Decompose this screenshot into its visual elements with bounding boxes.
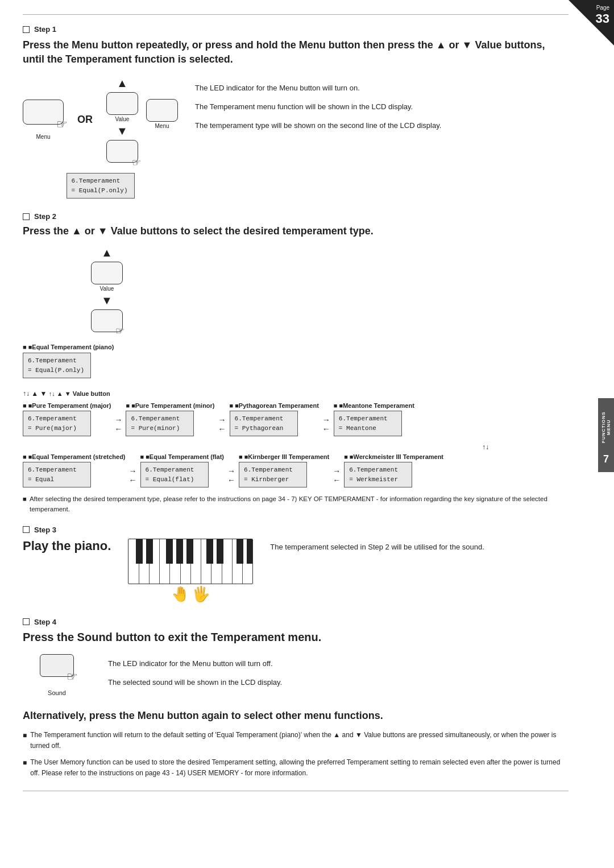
step3-section: Play the piano.	[23, 539, 569, 604]
arrow-between-4: → ←	[126, 466, 140, 485]
step1-lcd: 6.Temperament = Equal(P.only)	[67, 173, 135, 199]
lcd-line1: 6.Temperament	[72, 176, 130, 186]
step1-diagram: ☞ Menu OR ▲ Value ▼ ☞	[23, 77, 569, 199]
equal-flat-lcd: 6.Temperament = Equal(flat)	[140, 462, 209, 487]
pure-minor-lcd: 6.Temperament = Pure(minor)	[126, 411, 194, 436]
bullet-item-2: The User Memory function can be used to …	[23, 757, 569, 779]
left-hand-icon: 🤚	[171, 585, 189, 603]
value-button[interactable]	[106, 92, 138, 115]
page-label: Page	[596, 5, 609, 11]
alternative-section: Alternatively, press the Menu button aga…	[23, 710, 569, 779]
step4-diagram: ☞ Sound The LED indicator for the Menu b…	[23, 654, 569, 696]
arrow-between-5: → ←	[224, 466, 239, 485]
sidebar-label: MENU FUNCTIONS	[601, 405, 611, 450]
meantone-l2: = Meantone	[339, 424, 397, 433]
main-content: Step 1 Press the Menu button repeatedly,…	[0, 0, 614, 803]
pure-major-l1: 6.Temperament	[28, 414, 86, 424]
werckmeister-col: ■Werckmeister III Temperament 6.Temperam…	[344, 453, 443, 487]
step4-text: Press the Sound button to exit the Tempe…	[23, 631, 569, 644]
kirn-l2: = Kirnberger	[244, 475, 302, 485]
kirnberger-col: ■Kirnberger III Temperament 6.Temperamen…	[239, 453, 329, 487]
value-button-label: ↑↓ ▲ ▼ Value button	[49, 390, 110, 397]
page-number: 33	[596, 11, 609, 26]
step2-value-button[interactable]	[91, 262, 123, 284]
sidebar-number: 7	[603, 453, 609, 465]
meantone-ud-arrow: ↑↓	[23, 443, 557, 451]
kirnberger-label: ■Kirnberger III Temperament	[239, 453, 329, 460]
arrow-between-1: → ←	[111, 415, 126, 433]
lcd-line2: = Equal(P.only)	[72, 186, 130, 196]
step4-lcd-note: The selected sound will be shown in the …	[108, 676, 569, 689]
sidebar-menu-functions: MENU FUNCTIONS 7	[598, 398, 614, 472]
equal-str-lcd: 6.Temperament = Equal	[23, 462, 91, 487]
step4-checkbox	[23, 618, 30, 625]
step2-description: Press the ▲ or ▼ Value buttons to select…	[23, 225, 569, 237]
menu-label-top: Menu	[155, 123, 169, 129]
pure-minor-col: ■Pure Temperament (minor) 6.Temperament …	[126, 402, 214, 436]
bullet1-text: The Temperament function will return to …	[30, 730, 569, 751]
step1-description: Press the Menu button repeatedly, or pre…	[23, 38, 569, 67]
step3-text: Play the piano.	[23, 539, 111, 553]
pure-minor-l1: 6.Temperament	[131, 414, 189, 424]
value-button-down[interactable]: ☞	[106, 140, 138, 163]
equal-str-label: ■Equal Temperament (stretched)	[23, 453, 126, 460]
step2-value-button-lower[interactable]: ☞	[91, 309, 123, 332]
hand-icon: ☞	[67, 669, 78, 684]
menu-button-top[interactable]	[146, 99, 178, 122]
arrow-between-6: → ←	[329, 466, 344, 485]
pythag-l1: 6.Temperament	[235, 414, 293, 424]
pure-major-l2: = Pure(major)	[28, 424, 86, 433]
pure-major-lcd: 6.Temperament = Pure(major)	[23, 411, 91, 436]
sound-button[interactable]: ☞	[40, 654, 74, 677]
bullet-item-1: The Temperament function will return to …	[23, 730, 569, 751]
step2-heading: Step 2	[23, 212, 569, 221]
step1-checkbox	[23, 26, 30, 33]
werck-l1: 6.Temperament	[349, 465, 407, 475]
right-hand-icon: 🖐	[192, 585, 210, 603]
equal-temp-section: ■Equal Temperament (piano) 6.Temperament…	[23, 344, 569, 378]
pythagorean-lcd: 6.Temperament = Pythagorean	[230, 411, 298, 436]
pure-major-label: ■Pure Temperament (major)	[23, 402, 111, 409]
bullet2-text: The User Memory function can be used to …	[30, 757, 569, 779]
pythagorean-label: ■Pythagorean Temperament	[230, 402, 319, 409]
or-text: OR	[72, 114, 98, 126]
equal-flat-label: ■Equal Temperament (flat)	[140, 453, 225, 460]
step3-checkbox	[23, 526, 30, 533]
step1-second-line-note: The temperament type will be shown on th…	[195, 120, 569, 132]
arrow-down-icon: ▼	[117, 125, 128, 138]
step2-checkbox	[23, 213, 30, 220]
step4-heading: Step 4	[23, 618, 569, 626]
piano-keys	[128, 539, 253, 584]
werck-l2: = Werkmeister	[349, 475, 407, 485]
menu-button-large[interactable]: ☞	[23, 100, 64, 125]
arrow-up-icon: ▲	[117, 77, 128, 90]
step2-value-group: Value	[91, 262, 123, 292]
meantone-col: ■Meantone Temperament 6.Temperament = Me…	[334, 402, 414, 436]
equal-temp-lcd: 6.Temperament = Equal(P.only)	[23, 353, 91, 378]
temp-grid-row2: ■Equal Temperament (stretched) 6.Tempera…	[23, 453, 569, 487]
after-note: ■ After selecting the desired temperamen…	[23, 494, 569, 514]
step2-arrow-up: ▲	[101, 246, 113, 259]
step4-led-note: The LED indicator for the Menu button wi…	[108, 657, 569, 670]
equal-flat-col: ■Equal Temperament (flat) 6.Temperament …	[140, 453, 225, 487]
step1-led-note: The LED indicator for the Menu button wi…	[195, 82, 569, 94]
alternative-text: Alternatively, press the Menu button aga…	[23, 710, 569, 722]
pure-minor-label: ■Pure Temperament (minor)	[126, 402, 214, 409]
step1-label: Step 1	[34, 25, 56, 34]
step2-arrow-down: ▼	[101, 294, 113, 307]
temp-grid-row1: ■Pure Temperament (major) 6.Temperament …	[23, 402, 569, 436]
step1-temperament-note: The Temperament menu function will be sh…	[195, 101, 569, 113]
bottom-rule	[23, 791, 569, 791]
kirn-l1: 6.Temperament	[244, 465, 302, 475]
step2-label: Step 2	[34, 212, 56, 221]
step3-label: Step 3	[34, 526, 56, 534]
arrow-label-row: ↑↓ ▲ ▼ ↑↓ ▲ ▼ Value button	[23, 390, 569, 398]
menu-label-below: Menu	[36, 134, 50, 140]
top-rule	[23, 14, 569, 15]
sound-button-area: ☞ Sound	[23, 654, 91, 696]
lcd-equal-l1: 6.Temperament	[28, 356, 86, 366]
equal-flat-l1: 6.Temperament	[146, 465, 204, 475]
step1-notes: The LED indicator for the Menu button wi…	[195, 77, 569, 131]
step3-note-text: The temperament selected in Step 2 will …	[270, 543, 484, 551]
step3-note: The temperament selected in Step 2 will …	[270, 539, 569, 553]
